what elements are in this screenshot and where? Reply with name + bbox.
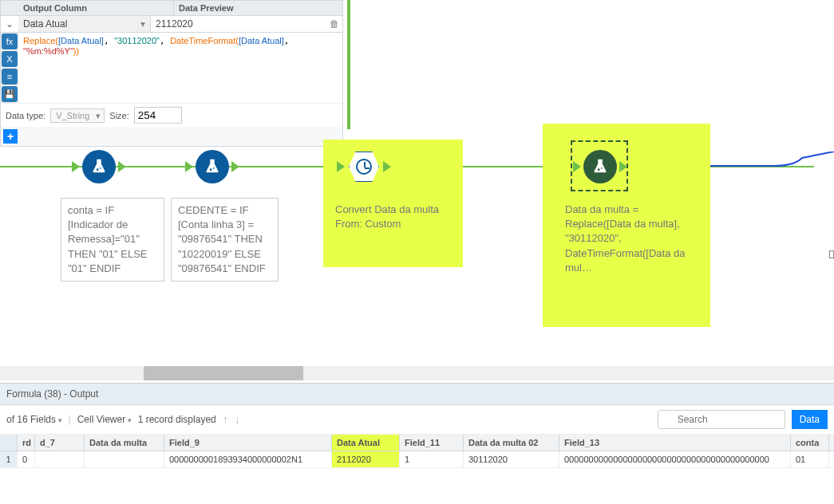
cell-data-da-multa-02: 30112020 [464, 451, 559, 467]
datatype-row: Data type: V_String Size: [1, 103, 342, 127]
annotation-4: Data da multa = Replace([Data da multa],… [559, 198, 698, 280]
data-preview-header: Data Preview [174, 1, 342, 15]
col-field11[interactable]: Field_11 [400, 435, 464, 451]
col-conta[interactable]: conta [791, 435, 829, 451]
x-var-icon[interactable]: X [2, 51, 18, 67]
formula-tool-selected[interactable] [583, 150, 617, 183]
col-data-da-multa[interactable]: Data da multa [85, 435, 164, 451]
col-rd[interactable]: rd [18, 435, 35, 451]
anchor-in[interactable] [72, 161, 80, 172]
size-input[interactable] [134, 107, 182, 124]
svg-point-1 [100, 167, 101, 169]
list-icon[interactable]: ≡ [2, 69, 18, 85]
fx-icon[interactable]: fx [2, 33, 18, 49]
svg-point-5 [601, 167, 603, 169]
record-count: 1 record displayed [138, 414, 216, 425]
search-wrap [658, 410, 785, 429]
results-grid: rd d_7 Data da multa Field_9 Data Atual … [0, 435, 834, 468]
dropdown-icon: ▾ [140, 18, 145, 30]
col-field13[interactable]: Field_13 [559, 435, 791, 451]
formula-side-toolbar: fx X ≡ 💾 [1, 33, 18, 103]
datatype-label: Data type: [6, 111, 45, 120]
search-input[interactable] [658, 410, 785, 429]
output-column-header: Output Column [18, 1, 174, 15]
cell-rd: 0 [18, 451, 35, 467]
output-column-select[interactable]: Data Atual ▾ [18, 16, 151, 32]
cell-data-atual: 2112020 [332, 451, 400, 467]
col-data-da-multa-02[interactable]: Data da multa 02 [464, 435, 559, 451]
cell-field9: 0000000001893934000000002N1 [164, 451, 332, 467]
grid-header: rd d_7 Data da multa Field_9 Data Atual … [0, 435, 834, 451]
col-data-atual[interactable]: Data Atual [332, 435, 400, 451]
annotation-1: conta = IF [Indicador de Remessa]="01" T… [61, 198, 164, 282]
anchor-out[interactable] [118, 161, 126, 172]
col-d7[interactable]: d_7 [35, 435, 85, 451]
results-toolbar: of 16 Fields | Cell Viewer 1 record disp… [0, 405, 834, 435]
add-expression-button[interactable]: + [3, 129, 18, 144]
datetime-tool[interactable] [347, 150, 381, 183]
table-row[interactable]: 1 0 0000000001893934000000002N1 2112020 … [0, 451, 834, 468]
delete-icon[interactable]: 🗑 [326, 18, 342, 30]
datatype-select[interactable]: V_String [50, 108, 105, 123]
results-title: Formula (38) - Output [0, 384, 834, 405]
cell-viewer-dropdown[interactable]: Cell Viewer [77, 414, 132, 425]
formula-text[interactable]: Replace([Data Atual], "30112020", DateTi… [18, 33, 342, 103]
fields-dropdown[interactable]: of 16 Fields [6, 414, 62, 425]
data-button[interactable]: Data [792, 410, 828, 429]
config-field-row: ⌄ Data Atual ▾ 2112020 🗑 [1, 16, 342, 33]
formula-tool-2[interactable] [196, 150, 229, 183]
preview-value: 2112020 [151, 16, 326, 32]
resize-handle[interactable] [829, 250, 834, 258]
cell-data-da-multa [85, 451, 164, 467]
config-header: Output Column Data Preview [1, 1, 342, 16]
cell-field13: 0000000000000000000000000000000000000000… [559, 451, 791, 467]
save-icon[interactable]: 💾 [2, 86, 18, 102]
annotation-3: Convert Data da multa From: Custom [329, 198, 453, 236]
formula-config-panel: Output Column Data Preview ⌄ Data Atual … [0, 0, 343, 147]
svg-point-3 [213, 167, 215, 169]
formula-editor: fx X ≡ 💾 Replace([Data Atual], "30112020… [1, 33, 342, 103]
canvas-border [347, 0, 350, 129]
col-field9[interactable]: Field_9 [164, 435, 332, 451]
svg-point-2 [210, 168, 212, 171]
cell-field11: 1 [400, 451, 464, 467]
cell-d7 [35, 451, 85, 467]
anchor-in[interactable] [185, 161, 193, 172]
results-panel: Formula (38) - Output of 16 Fields | Cel… [0, 383, 834, 504]
next-icon[interactable]: ↓ [235, 413, 240, 426]
formula-tool-1[interactable] [82, 150, 116, 183]
rowhead-blank [0, 435, 18, 451]
svg-point-0 [97, 168, 99, 171]
anchor-out[interactable] [231, 161, 239, 172]
cell-conta: 01 [791, 451, 829, 467]
prev-icon[interactable]: ↑ [223, 413, 228, 426]
annotation-2: CEDENTE = IF [Conta linha 3] = "09876541… [171, 198, 279, 282]
svg-point-4 [598, 168, 600, 171]
collapse-icon[interactable]: ⌄ [1, 18, 18, 30]
canvas-scrollbar[interactable] [0, 366, 834, 380]
size-label: Size: [109, 111, 128, 120]
row-number: 1 [0, 451, 18, 467]
